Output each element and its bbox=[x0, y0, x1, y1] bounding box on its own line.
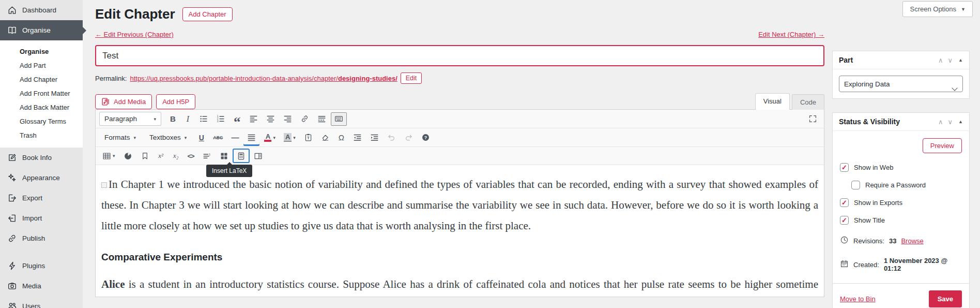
body-paragraph: Alice is a student in an introductory st… bbox=[101, 274, 818, 297]
tab-visual[interactable]: Visual bbox=[755, 93, 790, 110]
add-chapter-button[interactable]: Add Chapter bbox=[182, 7, 233, 21]
sidebar-item-organise[interactable]: Organise bbox=[0, 20, 83, 40]
sidebar-item-book-info[interactable]: Book Info bbox=[0, 148, 83, 168]
collapse-panel-icon[interactable]: ▲ bbox=[958, 119, 963, 124]
superscript-icon: x² bbox=[158, 152, 163, 160]
italic-button[interactable]: I bbox=[181, 112, 195, 126]
move-up-icon[interactable]: ∧ bbox=[938, 56, 943, 64]
editor-body[interactable]: In Chapter 1 we introduced the basic not… bbox=[96, 165, 824, 297]
sidebar-item-users[interactable]: Users bbox=[0, 296, 83, 308]
sidebar-subitem-organise[interactable]: Organise bbox=[0, 45, 83, 58]
paste-as-text-button[interactable]: T bbox=[300, 131, 316, 144]
emoticon-icon bbox=[124, 152, 132, 160]
subscript-button[interactable]: x₂ bbox=[169, 149, 183, 163]
sidebar-subitem-trash[interactable]: Trash bbox=[0, 128, 83, 142]
fullscreen-button[interactable] bbox=[805, 112, 821, 126]
background-color-button[interactable]: A▾ bbox=[280, 131, 299, 144]
show-title-checkbox[interactable] bbox=[840, 216, 849, 225]
show-in-web-checkbox[interactable] bbox=[840, 163, 849, 172]
browse-revisions-link[interactable]: Browse bbox=[901, 237, 923, 245]
collapse-panel-icon[interactable]: ▲ bbox=[958, 57, 963, 63]
footnote-button[interactable]: 1 bbox=[199, 149, 215, 163]
move-down-icon[interactable]: ∨ bbox=[948, 56, 953, 64]
align-center-button[interactable] bbox=[263, 112, 279, 126]
table-button[interactable]: ▾ bbox=[99, 149, 119, 163]
textbox-grid-button[interactable] bbox=[216, 149, 232, 163]
preview-button[interactable]: Preview bbox=[923, 138, 962, 153]
align-center-icon bbox=[266, 114, 275, 123]
checkbox-row-show-title[interactable]: Show Title bbox=[840, 216, 962, 225]
sidebar-item-dashboard[interactable]: Dashboard bbox=[0, 0, 83, 20]
superscript-button[interactable]: x² bbox=[154, 149, 168, 163]
link-button[interactable] bbox=[297, 112, 313, 126]
edit-next-link[interactable]: Edit Next (Chapter) → bbox=[758, 31, 824, 38]
checkbox-row-show-in-exports[interactable]: Show in Exports bbox=[840, 198, 962, 207]
formats-select[interactable]: Formats▾ bbox=[99, 130, 141, 144]
sidebar-subitem-add-back-matter[interactable]: Add Back Matter bbox=[0, 100, 83, 114]
indent-button[interactable] bbox=[366, 131, 382, 144]
part-select[interactable]: Exploring Data bbox=[839, 76, 963, 92]
sidebar-subitem-add-chapter[interactable]: Add Chapter bbox=[0, 72, 83, 86]
sparkles-icon bbox=[7, 173, 17, 183]
clear-formatting-button[interactable] bbox=[317, 131, 333, 144]
save-button[interactable]: Save bbox=[929, 290, 962, 307]
textboxes-select[interactable]: Textboxes▾ bbox=[144, 130, 192, 144]
numbered-list-button[interactable]: 123 bbox=[213, 112, 229, 126]
read-more-button[interactable] bbox=[314, 112, 330, 126]
move-to-bin-link[interactable]: Move to Bin bbox=[840, 295, 876, 303]
paragraph-select[interactable]: Paragraph▾ bbox=[99, 112, 161, 126]
move-up-icon[interactable]: ∧ bbox=[938, 118, 943, 126]
underline-button[interactable]: U bbox=[194, 131, 208, 144]
glossary-button[interactable] bbox=[250, 149, 266, 163]
sidebar-item-import[interactable]: Import bbox=[0, 208, 83, 228]
sidebar-item-export[interactable]: Export bbox=[0, 188, 83, 208]
checkbox-row-require-password[interactable]: Require a Password bbox=[851, 181, 962, 189]
sidebar-item-label: Publish bbox=[22, 234, 45, 242]
bold-button[interactable]: B bbox=[166, 112, 180, 126]
help-button[interactable]: ? bbox=[418, 131, 434, 144]
horizontal-rule-button[interactable]: — bbox=[227, 131, 242, 144]
add-media-button[interactable]: Add Media bbox=[95, 94, 152, 109]
toolbar-toggle-button[interactable] bbox=[331, 112, 347, 126]
justify-icon bbox=[247, 133, 256, 142]
permalink-edit-button[interactable]: Edit bbox=[401, 72, 422, 84]
add-h5p-button[interactable]: Add H5P bbox=[156, 94, 195, 109]
anchor-icon bbox=[141, 152, 149, 160]
align-right-button[interactable] bbox=[280, 112, 296, 126]
permalink-url[interactable]: https://uq.pressbooks.pub/portable-intro… bbox=[130, 75, 397, 82]
emoticon-button[interactable] bbox=[120, 149, 136, 163]
sidebar-item-plugins[interactable]: Plugins bbox=[0, 256, 83, 276]
sidebar-item-label: Organise bbox=[22, 26, 51, 34]
blockquote-button[interactable]: “ bbox=[230, 112, 244, 126]
strikethrough-button[interactable]: ABC bbox=[209, 131, 226, 144]
checkbox-row-show-in-web[interactable]: Show in Web bbox=[840, 163, 962, 172]
sidebar-subitem-add-front-matter[interactable]: Add Front Matter bbox=[0, 86, 83, 100]
svg-text:?: ? bbox=[424, 135, 427, 140]
sidebar-item-appearance[interactable]: Appearance bbox=[0, 168, 83, 188]
move-down-icon[interactable]: ∨ bbox=[948, 118, 953, 126]
text-color-button[interactable]: A▾ bbox=[261, 131, 279, 144]
revisions-count: 33 bbox=[889, 237, 896, 245]
insert-latex-button[interactable] bbox=[233, 149, 249, 163]
show-in-exports-checkbox[interactable] bbox=[840, 198, 849, 207]
sidebar-item-publish[interactable]: Publish bbox=[0, 228, 83, 248]
require-password-checkbox[interactable] bbox=[851, 181, 860, 189]
undo-button[interactable] bbox=[384, 131, 400, 144]
bullet-list-button[interactable] bbox=[196, 112, 212, 126]
sidebar-item-media[interactable]: Media bbox=[0, 276, 83, 296]
align-left-button[interactable] bbox=[246, 112, 262, 126]
revisions-label: Revisions: bbox=[853, 237, 884, 245]
organise-submenu: OrganiseAdd PartAdd ChapterAdd Front Mat… bbox=[0, 40, 83, 148]
redo-button[interactable] bbox=[401, 131, 417, 144]
anchor-button[interactable] bbox=[137, 149, 153, 163]
edit-previous-link[interactable]: ← Edit Previous (Chapter) bbox=[95, 31, 174, 38]
outdent-button[interactable] bbox=[349, 131, 365, 144]
code-button[interactable]: <> bbox=[184, 149, 198, 163]
tab-code[interactable]: Code bbox=[792, 94, 824, 110]
special-character-button[interactable]: Ω bbox=[334, 131, 348, 144]
chapter-title-input[interactable] bbox=[95, 45, 824, 66]
screen-options-button[interactable]: Screen Options ▼ bbox=[902, 1, 973, 17]
sidebar-subitem-glossary-terms[interactable]: Glossary Terms bbox=[0, 114, 83, 128]
justify-button[interactable] bbox=[243, 131, 259, 144]
sidebar-subitem-add-part[interactable]: Add Part bbox=[0, 58, 83, 72]
